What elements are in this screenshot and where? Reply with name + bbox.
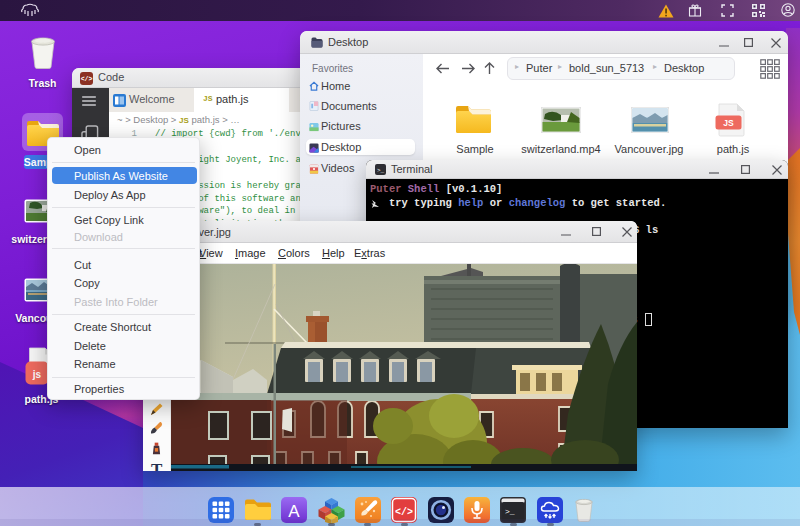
svg-text:A: A	[288, 502, 300, 521]
svg-text:>_: >_	[377, 167, 385, 174]
svg-text:</>: </>	[395, 507, 413, 518]
svg-text:js: js	[32, 369, 42, 380]
svg-text:JS: JS	[723, 118, 734, 128]
svg-text:</>: </>	[81, 76, 93, 83]
svg-text:>_: >_	[505, 507, 515, 516]
